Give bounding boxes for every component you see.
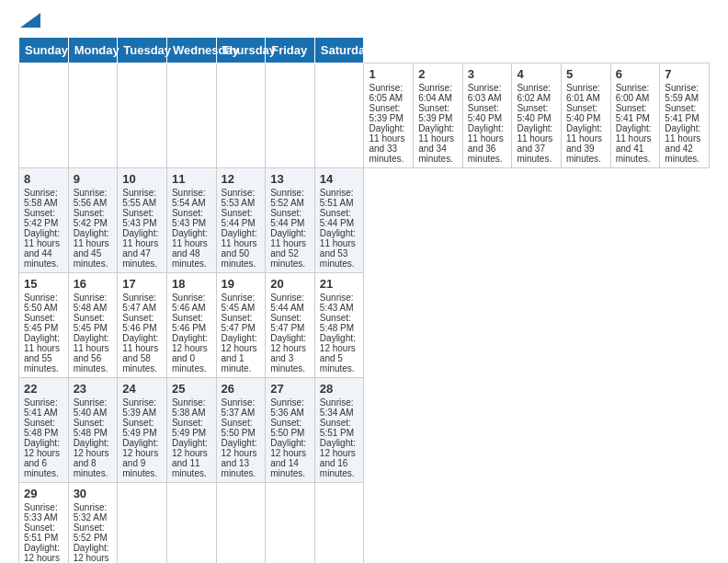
calendar-cell: [314, 483, 364, 564]
calendar-cell: [266, 483, 315, 564]
day-number: 19: [222, 277, 261, 291]
day-number: 1: [369, 67, 408, 81]
calendar-cell: 5Sunrise: 6:01 AMSunset: 5:40 PMDaylight…: [562, 63, 611, 168]
calendar-cell: [216, 483, 266, 564]
day-number: 6: [616, 67, 655, 81]
day-number: 15: [24, 277, 63, 291]
day-info: Sunrise: 6:01 AMSunset: 5:40 PMDaylight:…: [566, 83, 602, 164]
day-number: 25: [172, 382, 211, 396]
col-header-wednesday: Wednesday: [166, 38, 216, 63]
calendar: SundayMondayTuesdayWednesdayThursdayFrid…: [18, 37, 710, 563]
day-number: 9: [74, 172, 113, 186]
day-number: 29: [24, 487, 63, 500]
calendar-cell: 7Sunrise: 5:59 AMSunset: 5:41 PMDaylight…: [660, 63, 710, 168]
calendar-cell: 19Sunrise: 5:45 AMSunset: 5:47 PMDayligh…: [216, 273, 266, 378]
calendar-cell: 14Sunrise: 5:51 AMSunset: 5:44 PMDayligh…: [314, 168, 364, 273]
day-number: 23: [74, 382, 113, 396]
day-number: 28: [320, 382, 359, 396]
calendar-week-1: 1Sunrise: 6:05 AMSunset: 5:39 PMDaylight…: [19, 63, 710, 168]
calendar-cell: 18Sunrise: 5:46 AMSunset: 5:46 PMDayligh…: [166, 273, 216, 378]
col-header-sunday: Sunday: [19, 38, 69, 63]
day-number: 8: [24, 172, 63, 186]
calendar-cell: 2Sunrise: 6:04 AMSunset: 5:39 PMDaylight…: [414, 63, 463, 168]
day-number: 24: [122, 382, 162, 396]
calendar-week-4: 22Sunrise: 5:41 AMSunset: 5:48 PMDayligh…: [19, 378, 710, 483]
calendar-week-5: 29Sunrise: 5:33 AMSunset: 5:51 PMDayligh…: [19, 483, 710, 564]
day-info: Sunrise: 5:37 AMSunset: 5:50 PMDaylight:…: [222, 397, 257, 478]
calendar-cell: 3Sunrise: 6:03 AMSunset: 5:40 PMDaylight…: [462, 63, 512, 168]
day-info: Sunrise: 6:00 AMSunset: 5:41 PMDaylight:…: [616, 83, 652, 164]
calendar-cell: 1Sunrise: 6:05 AMSunset: 5:39 PMDaylight…: [364, 63, 414, 168]
col-header-monday: Monday: [68, 38, 118, 63]
day-number: 10: [122, 172, 162, 186]
calendar-cell: 11Sunrise: 5:54 AMSunset: 5:43 PMDayligh…: [166, 168, 216, 273]
col-header-friday: Friday: [266, 38, 315, 63]
day-number: 4: [517, 67, 556, 81]
calendar-header-row: SundayMondayTuesdayWednesdayThursdayFrid…: [19, 38, 710, 63]
day-info: Sunrise: 5:38 AMSunset: 5:49 PMDaylight:…: [172, 397, 208, 478]
calendar-cell: 27Sunrise: 5:36 AMSunset: 5:50 PMDayligh…: [266, 378, 315, 483]
day-number: 22: [24, 382, 63, 396]
day-info: Sunrise: 5:46 AMSunset: 5:46 PMDaylight:…: [172, 293, 208, 373]
day-info: Sunrise: 5:40 AMSunset: 5:48 PMDaylight:…: [74, 397, 109, 478]
day-info: Sunrise: 5:55 AMSunset: 5:43 PMDaylight:…: [122, 188, 158, 269]
col-header-tuesday: Tuesday: [118, 38, 167, 63]
calendar-cell: 12Sunrise: 5:53 AMSunset: 5:44 PMDayligh…: [216, 168, 266, 273]
day-info: Sunrise: 6:04 AMSunset: 5:39 PMDaylight:…: [418, 83, 454, 164]
calendar-cell: 16Sunrise: 5:48 AMSunset: 5:45 PMDayligh…: [68, 273, 118, 378]
header: [18, 15, 710, 28]
day-number: 18: [172, 277, 211, 291]
day-info: Sunrise: 5:58 AMSunset: 5:42 PMDaylight:…: [24, 188, 60, 269]
day-number: 14: [320, 172, 359, 186]
calendar-cell: [216, 63, 266, 168]
day-number: 13: [270, 172, 310, 186]
calendar-cell: 17Sunrise: 5:47 AMSunset: 5:46 PMDayligh…: [118, 273, 167, 378]
day-info: Sunrise: 5:32 AMSunset: 5:52 PMDaylight:…: [74, 502, 109, 563]
day-info: Sunrise: 5:47 AMSunset: 5:46 PMDaylight:…: [122, 293, 158, 373]
day-info: Sunrise: 5:41 AMSunset: 5:48 PMDaylight:…: [24, 397, 60, 478]
day-info: Sunrise: 5:44 AMSunset: 5:47 PMDaylight:…: [270, 293, 306, 373]
day-info: Sunrise: 5:54 AMSunset: 5:43 PMDaylight:…: [172, 188, 208, 269]
logo-icon: [20, 13, 40, 28]
calendar-week-2: 8Sunrise: 5:58 AMSunset: 5:42 PMDaylight…: [19, 168, 710, 273]
calendar-cell: 26Sunrise: 5:37 AMSunset: 5:50 PMDayligh…: [216, 378, 266, 483]
day-number: 16: [74, 277, 113, 291]
calendar-cell: 23Sunrise: 5:40 AMSunset: 5:48 PMDayligh…: [68, 378, 118, 483]
calendar-cell: 25Sunrise: 5:38 AMSunset: 5:49 PMDayligh…: [166, 378, 216, 483]
day-number: 27: [270, 382, 310, 396]
logo: [18, 15, 40, 28]
calendar-cell: 9Sunrise: 5:56 AMSunset: 5:42 PMDaylight…: [68, 168, 118, 273]
day-info: Sunrise: 5:36 AMSunset: 5:50 PMDaylight:…: [270, 397, 306, 478]
calendar-cell: 4Sunrise: 6:02 AMSunset: 5:40 PMDaylight…: [512, 63, 562, 168]
svg-marker-0: [20, 13, 40, 28]
calendar-cell: 8Sunrise: 5:58 AMSunset: 5:42 PMDaylight…: [19, 168, 69, 273]
day-number: 12: [222, 172, 261, 186]
day-info: Sunrise: 5:39 AMSunset: 5:49 PMDaylight:…: [122, 397, 158, 478]
calendar-cell: 29Sunrise: 5:33 AMSunset: 5:51 PMDayligh…: [19, 483, 69, 564]
day-number: 5: [566, 67, 606, 81]
calendar-cell: 20Sunrise: 5:44 AMSunset: 5:47 PMDayligh…: [266, 273, 315, 378]
col-header-saturday: Saturday: [314, 38, 364, 63]
day-number: 7: [665, 67, 704, 81]
calendar-cell: 6Sunrise: 6:00 AMSunset: 5:41 PMDaylight…: [610, 63, 660, 168]
day-number: 2: [418, 67, 458, 81]
calendar-cell: 15Sunrise: 5:50 AMSunset: 5:45 PMDayligh…: [19, 273, 69, 378]
day-info: Sunrise: 5:33 AMSunset: 5:51 PMDaylight:…: [24, 502, 60, 563]
day-info: Sunrise: 5:48 AMSunset: 5:45 PMDaylight:…: [74, 293, 109, 373]
calendar-cell: [118, 63, 167, 168]
day-info: Sunrise: 6:05 AMSunset: 5:39 PMDaylight:…: [369, 83, 404, 164]
calendar-week-3: 15Sunrise: 5:50 AMSunset: 5:45 PMDayligh…: [19, 273, 710, 378]
calendar-cell: [166, 483, 216, 564]
calendar-cell: 22Sunrise: 5:41 AMSunset: 5:48 PMDayligh…: [19, 378, 69, 483]
calendar-cell: [118, 483, 167, 564]
calendar-cell: [68, 63, 118, 168]
calendar-cell: 21Sunrise: 5:43 AMSunset: 5:48 PMDayligh…: [314, 273, 364, 378]
calendar-cell: [19, 63, 69, 168]
day-number: 20: [270, 277, 310, 291]
day-info: Sunrise: 6:02 AMSunset: 5:40 PMDaylight:…: [517, 83, 552, 164]
day-info: Sunrise: 5:56 AMSunset: 5:42 PMDaylight:…: [74, 188, 109, 269]
day-info: Sunrise: 5:34 AMSunset: 5:51 PMDaylight:…: [320, 397, 356, 478]
day-number: 3: [468, 67, 507, 81]
calendar-cell: 28Sunrise: 5:34 AMSunset: 5:51 PMDayligh…: [314, 378, 364, 483]
calendar-cell: [166, 63, 216, 168]
